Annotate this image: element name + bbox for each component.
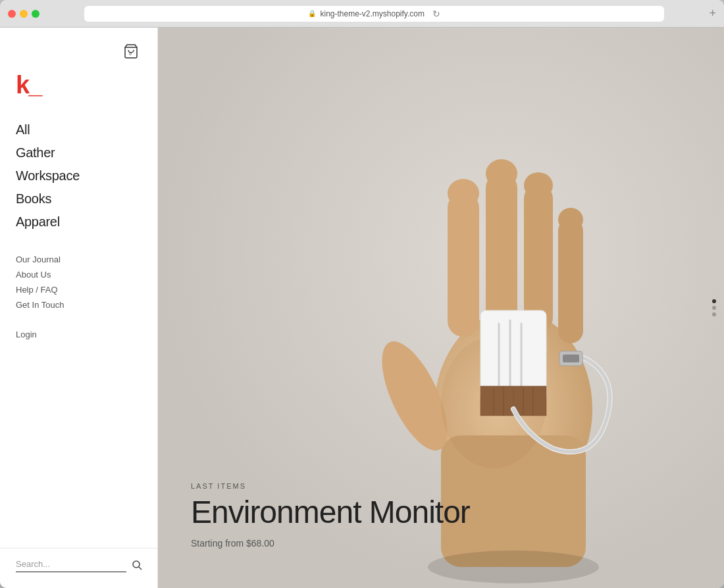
refresh-icon[interactable]: ↻	[432, 9, 440, 19]
nav-item-contact[interactable]: Get In Touch	[16, 297, 142, 312]
svg-point-10	[448, 179, 479, 208]
main-content: LAST ITEMS Environment Monitor Starting …	[158, 28, 724, 588]
scroll-dot-2	[712, 306, 716, 310]
traffic-lights	[8, 10, 39, 18]
login-area: Login	[0, 312, 157, 340]
nav-item-apparel[interactable]: Apparel	[16, 210, 142, 233]
hero-text: LAST ITEMS Environment Monitor Starting …	[158, 482, 503, 588]
close-button[interactable]	[8, 10, 16, 18]
nav-item-workspace[interactable]: Workspace	[16, 164, 142, 187]
hero-price: Starting from $68.00	[191, 538, 470, 549]
lock-icon: 🔒	[308, 10, 316, 17]
svg-point-2	[133, 561, 140, 568]
svg-point-16	[558, 208, 583, 232]
svg-point-14	[524, 172, 553, 199]
hero-label: LAST ITEMS	[191, 482, 470, 490]
svg-rect-11	[486, 172, 517, 330]
scroll-dot-1	[712, 299, 716, 303]
nav-item-journal[interactable]: Our Journal	[16, 252, 142, 267]
svg-rect-30	[563, 355, 579, 362]
fullscreen-button[interactable]	[32, 10, 39, 18]
scroll-indicator	[712, 299, 716, 316]
svg-line-3	[139, 567, 142, 570]
new-tab-button[interactable]: +	[709, 7, 716, 20]
address-bar[interactable]: 🔒 king-theme-v2.myshopify.com ↻	[84, 6, 664, 22]
secondary-navigation: Our Journal About Us Help / FAQ Get In T…	[0, 233, 157, 312]
browser-chrome: 🔒 king-theme-v2.myshopify.com ↻ +	[0, 0, 724, 28]
svg-rect-15	[558, 218, 583, 343]
search-button[interactable]	[126, 560, 142, 572]
nav-item-books[interactable]: Books	[16, 187, 142, 210]
svg-point-12	[486, 159, 517, 188]
login-link[interactable]: Login	[16, 330, 37, 339]
search-input[interactable]	[16, 559, 126, 572]
cart-area: 0	[0, 28, 157, 62]
browser-content: 0 k_ All Gather Workspace Books Apparel …	[0, 28, 724, 588]
site-logo: k_	[16, 72, 142, 97]
hero-title: Environment Monitor	[191, 495, 470, 530]
svg-rect-9	[448, 192, 479, 337]
cart-button[interactable]: 0	[120, 41, 142, 62]
nav-item-gather[interactable]: Gather	[16, 141, 142, 164]
hero-background: LAST ITEMS Environment Monitor Starting …	[158, 28, 724, 588]
main-navigation: All Gather Workspace Books Apparel	[0, 118, 157, 233]
nav-item-all[interactable]: All	[16, 118, 142, 141]
logo-area[interactable]: k_	[0, 62, 157, 118]
svg-rect-13	[524, 184, 553, 332]
url-text: king-theme-v2.myshopify.com	[320, 9, 425, 18]
minimize-button[interactable]	[20, 10, 28, 18]
search-area	[0, 548, 157, 588]
nav-item-about[interactable]: About Us	[16, 267, 142, 282]
sidebar: 0 k_ All Gather Workspace Books Apparel …	[0, 28, 158, 588]
browser-window: 🔒 king-theme-v2.myshopify.com ↻ + 0	[0, 0, 724, 588]
nav-item-faq[interactable]: Help / FAQ	[16, 282, 142, 297]
scroll-dot-3	[712, 312, 716, 316]
